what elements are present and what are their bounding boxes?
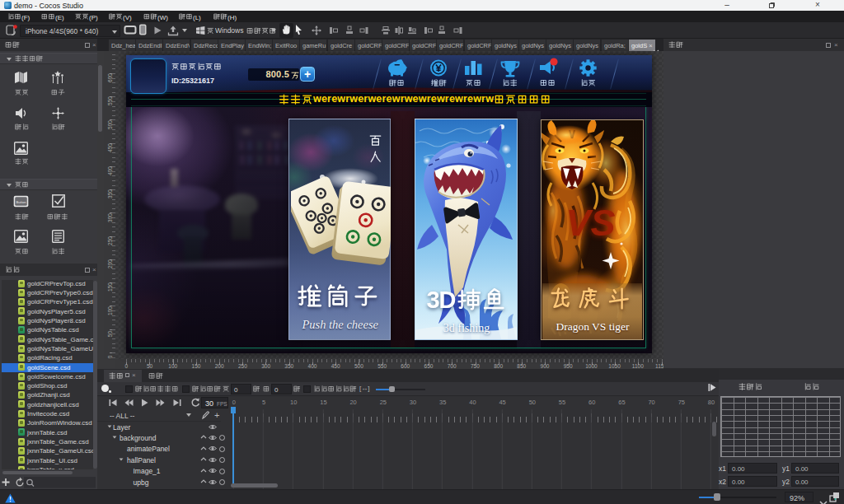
svg-text:Button: Button — [16, 200, 26, 204]
